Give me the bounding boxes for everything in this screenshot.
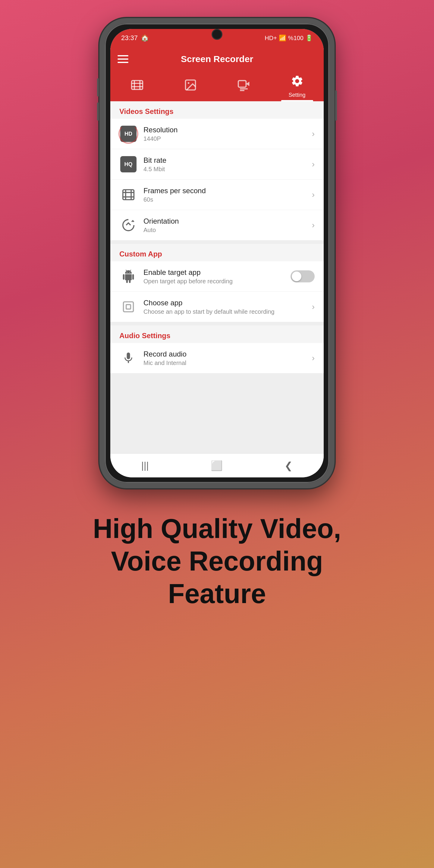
audio-settings-title: Audio Settings [119, 332, 170, 340]
orientation-item[interactable]: Orientation Auto › [110, 210, 324, 240]
orientation-chevron: › [312, 220, 315, 230]
record-audio-label: Record audio [144, 350, 312, 358]
record-audio-value: Mic and Internal [144, 360, 312, 367]
resolution-text: Resolution 1440P [144, 126, 312, 142]
custom-app-header: Custom App [110, 244, 324, 261]
svg-rect-0 [131, 81, 143, 89]
orientation-label: Orientation [144, 217, 312, 225]
svg-rect-17 [126, 305, 131, 309]
bitrate-label: Bit rate [144, 156, 312, 164]
headline-line3: Feature [168, 579, 266, 609]
tab-settings-label: Setting [288, 92, 305, 98]
battery-icon: 🔋 [305, 34, 313, 41]
svg-rect-16 [124, 302, 133, 312]
resolution-chevron: › [312, 129, 315, 138]
phone-screen: 23:37 🏠 HD+ 📶 %100 🔋 Screen Recorder [110, 29, 324, 477]
home-icon: 🏠 [141, 34, 149, 42]
phone-wrapper: 23:37 🏠 HD+ 📶 %100 🔋 Screen Recorder [99, 18, 335, 488]
app-header: Screen Recorder [110, 47, 324, 71]
fps-text: Frames per second 60s [144, 187, 312, 203]
custom-app-title: Custom App [119, 250, 162, 258]
hamburger-line1 [118, 55, 128, 56]
resolution-item[interactable]: HD Resolution 1440P › [110, 119, 324, 149]
videos-settings-section: Videos Settings HD Resolution 1440P › [110, 101, 324, 240]
fps-value: 60s [144, 196, 312, 203]
edit-video-icon [237, 79, 250, 94]
choose-app-chevron: › [312, 302, 315, 312]
tab-edit[interactable] [217, 71, 270, 101]
film-icon [130, 79, 144, 94]
bitrate-text: Bit rate 4.5 Mbit [144, 156, 312, 173]
headline-line2: Voice Recording [111, 546, 323, 576]
record-audio-text: Record audio Mic and Internal [144, 350, 312, 367]
navigation-bar: ||| ⬜ ❮ [110, 453, 324, 477]
videos-settings-title: Videos Settings [119, 107, 174, 116]
home-button[interactable]: ⬜ [211, 460, 223, 471]
resolution-label: Resolution [144, 126, 312, 134]
image-icon [184, 79, 197, 94]
app-title: Screen Recorder [181, 54, 253, 64]
fps-label: Frames per second [144, 187, 312, 195]
choose-app-text: Choose app Choose an app to start by def… [144, 299, 312, 315]
resolution-value: 1440P [144, 135, 312, 142]
record-audio-item[interactable]: Record audio Mic and Internal › [110, 343, 324, 373]
videos-settings-header: Videos Settings [110, 101, 324, 119]
choose-app-icon [119, 298, 137, 316]
camera-notch [212, 29, 222, 40]
android-icon [119, 267, 137, 285]
choose-app-item[interactable]: Choose app Choose an app to start by def… [110, 292, 324, 322]
record-audio-chevron: › [312, 353, 315, 363]
bitrate-value: 4.5 Mbit [144, 166, 312, 173]
phone-frame: 23:37 🏠 HD+ 📶 %100 🔋 Screen Recorder [99, 18, 335, 488]
svg-point-6 [187, 82, 189, 84]
svg-rect-11 [123, 190, 134, 200]
content-area: Videos Settings HD Resolution 1440P › [110, 101, 324, 453]
volume-up-button [97, 79, 99, 96]
custom-app-section: Custom App Enable target app Open target… [110, 244, 324, 322]
status-right: HD+ 📶 %100 🔋 [265, 34, 313, 41]
tab-settings[interactable]: Setting [270, 71, 324, 101]
bitrate-icon: HQ [119, 155, 137, 173]
resolution-icon: HD [119, 125, 137, 143]
enable-target-item[interactable]: Enable target app Open target app before… [110, 261, 324, 292]
hamburger-line3 [118, 62, 128, 63]
svg-rect-7 [238, 81, 246, 87]
orientation-text: Orientation Auto [144, 217, 312, 234]
hd-badge: HD [120, 126, 136, 142]
recent-apps-button[interactable]: ||| [141, 460, 149, 471]
enable-target-label: Enable target app [144, 268, 290, 277]
orientation-icon [119, 216, 137, 234]
volume-down-button [97, 102, 99, 121]
choose-app-value: Choose an app to start by default while … [144, 308, 312, 315]
orientation-value: Auto [144, 227, 312, 234]
menu-button[interactable] [118, 55, 128, 63]
audio-settings-header: Audio Settings [110, 326, 324, 343]
fps-chevron: › [312, 190, 315, 199]
signal-bars-icon: 📶 [279, 34, 286, 41]
tab-bar: Setting [110, 71, 324, 101]
status-time: 23:37 [121, 34, 138, 42]
bottom-marketing-text: High Quality Video, Voice Recording Feat… [63, 513, 371, 610]
fps-icon [119, 186, 137, 204]
microphone-icon [119, 349, 137, 367]
enable-target-toggle[interactable] [290, 270, 315, 282]
status-left: 23:37 🏠 [121, 34, 149, 42]
audio-settings-section: Audio Settings Record audio Mic and Inte… [110, 326, 324, 373]
battery-label: %100 [288, 35, 304, 41]
headline-line1: High Quality Video, [93, 514, 341, 544]
tab-photos[interactable] [164, 71, 217, 101]
gear-icon [290, 74, 304, 90]
enable-target-value: Open target app before recording [144, 278, 290, 285]
tab-videos[interactable] [110, 71, 164, 101]
bitrate-item[interactable]: HQ Bit rate 4.5 Mbit › [110, 149, 324, 180]
fps-item[interactable]: Frames per second 60s › [110, 180, 324, 210]
marketing-headline: High Quality Video, Voice Recording Feat… [93, 513, 341, 610]
hq-badge: HQ [120, 156, 136, 173]
hamburger-line2 [118, 59, 128, 60]
bitrate-chevron: › [312, 159, 315, 169]
power-button [335, 90, 337, 121]
signal-label: HD+ [265, 35, 277, 41]
choose-app-label: Choose app [144, 299, 312, 307]
back-button[interactable]: ❮ [284, 460, 293, 471]
enable-target-text: Enable target app Open target app before… [144, 268, 290, 285]
